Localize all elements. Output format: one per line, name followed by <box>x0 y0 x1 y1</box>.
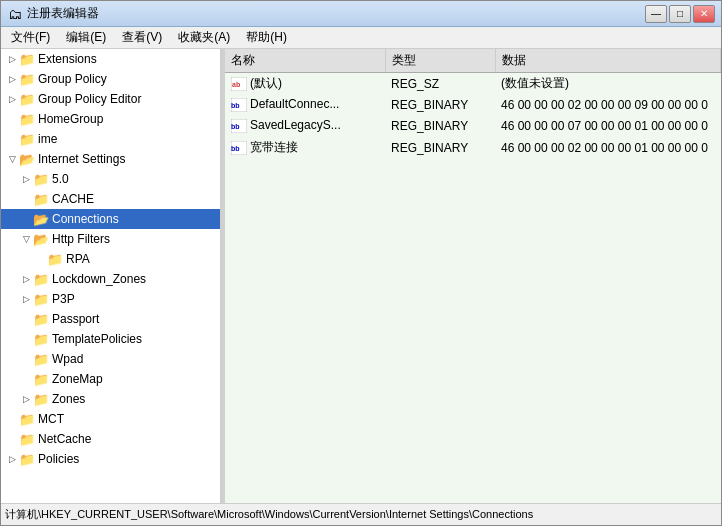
expand-group-policy[interactable]: ▷ <box>5 72 19 86</box>
tree-label-wpad: Wpad <box>52 352 83 366</box>
folder-icon-cache: 📁 <box>33 191 49 207</box>
svg-text:bb: bb <box>231 102 240 109</box>
tree-item-policies[interactable]: ▷ 📁 Policies <box>1 449 220 469</box>
expand-lockdown-zones[interactable]: ▷ <box>19 272 33 286</box>
status-bar: 计算机\HKEY_CURRENT_USER\Software\Microsoft… <box>1 503 721 525</box>
reg-value-name: bbSavedLegacyS... <box>225 116 385 137</box>
expand-policies[interactable]: ▷ <box>5 452 19 466</box>
reg-value-data: (数值未设置) <box>495 73 721 95</box>
minimize-button[interactable]: — <box>645 5 667 23</box>
folder-icon-lockdown-zones: 📁 <box>33 271 49 287</box>
tree-label-rpa: RPA <box>66 252 90 266</box>
tree-item-wpad[interactable]: 📁 Wpad <box>1 349 220 369</box>
tree-label-zones: Zones <box>52 392 85 406</box>
right-panel: 名称 类型 数据 ab(默认)REG_SZ(数值未设置)bbDefaultCon… <box>225 49 721 503</box>
close-button[interactable]: ✕ <box>693 5 715 23</box>
tree-item-http-filters[interactable]: ▽ 📂 Http Filters <box>1 229 220 249</box>
expand-5-0[interactable]: ▷ <box>19 172 33 186</box>
tree-label-netcache: NetCache <box>38 432 91 446</box>
folder-icon-homegroup: 📁 <box>19 111 35 127</box>
expand-extensions[interactable]: ▷ <box>5 52 19 66</box>
tree-label-http-filters: Http Filters <box>52 232 110 246</box>
reg-value-type: REG_BINARY <box>385 95 495 116</box>
tree-item-cache[interactable]: 📁 CACHE <box>1 189 220 209</box>
reg-value-name: bb宽带连接 <box>225 137 385 159</box>
tree-item-ime[interactable]: 📁 ime <box>1 129 220 149</box>
tree-label-extensions: Extensions <box>38 52 97 66</box>
expand-p3p[interactable]: ▷ <box>19 292 33 306</box>
table-row[interactable]: bbDefaultConnec...REG_BINARY46 00 00 00 … <box>225 95 721 116</box>
col-header-name: 名称 <box>225 49 385 73</box>
expand-zones[interactable]: ▷ <box>19 392 33 406</box>
menu-help[interactable]: 帮助(H) <box>238 28 295 48</box>
tree-label-mct: MCT <box>38 412 64 426</box>
tree-label-cache: CACHE <box>52 192 94 206</box>
expand-http-filters[interactable]: ▽ <box>19 232 33 246</box>
tree-label-group-policy-editor: Group Policy Editor <box>38 92 141 106</box>
svg-text:bb: bb <box>231 145 240 152</box>
title-bar-buttons: — □ ✕ <box>645 5 715 23</box>
tree-item-rpa[interactable]: 📁 RPA <box>1 249 220 269</box>
registry-editor-window: 🗂 注册表编辑器 — □ ✕ 文件(F) 编辑(E) 查看(V) 收藏夹(A) … <box>0 0 722 526</box>
reg-value-name: bbDefaultConnec... <box>225 95 385 116</box>
svg-text:bb: bb <box>231 123 240 130</box>
tree-label-template-policies: TemplatePolicies <box>52 332 142 346</box>
folder-icon-wpad: 📁 <box>33 351 49 367</box>
folder-icon-mct: 📁 <box>19 411 35 427</box>
title-bar: 🗂 注册表编辑器 — □ ✕ <box>1 1 721 27</box>
expand-group-policy-editor[interactable]: ▷ <box>5 92 19 106</box>
tree-item-group-policy-editor[interactable]: ▷ 📁 Group Policy Editor <box>1 89 220 109</box>
title-bar-text: 注册表编辑器 <box>27 5 645 22</box>
menu-file[interactable]: 文件(F) <box>3 28 58 48</box>
tree-item-passport[interactable]: 📁 Passport <box>1 309 220 329</box>
tree-item-internet-settings[interactable]: ▽ 📂 Internet Settings <box>1 149 220 169</box>
reg-value-data: 46 00 00 00 02 00 00 00 01 00 00 00 0 <box>495 137 721 159</box>
folder-icon-connections: 📂 <box>33 211 49 227</box>
folder-icon-group-policy: 📁 <box>19 71 35 87</box>
status-path: 计算机\HKEY_CURRENT_USER\Software\Microsoft… <box>5 507 533 522</box>
tree-label-p3p: P3P <box>52 292 75 306</box>
tree-item-netcache[interactable]: 📁 NetCache <box>1 429 220 449</box>
menu-edit[interactable]: 编辑(E) <box>58 28 114 48</box>
folder-icon-policies: 📁 <box>19 451 35 467</box>
tree-item-p3p[interactable]: ▷ 📁 P3P <box>1 289 220 309</box>
tree-item-5-0[interactable]: ▷ 📁 5.0 <box>1 169 220 189</box>
tree-item-group-policy[interactable]: ▷ 📁 Group Policy <box>1 69 220 89</box>
expand-internet-settings[interactable]: ▽ <box>5 152 19 166</box>
tree-label-homegroup: HomeGroup <box>38 112 103 126</box>
folder-icon-zones: 📁 <box>33 391 49 407</box>
menu-view[interactable]: 查看(V) <box>114 28 170 48</box>
tree-item-homegroup[interactable]: 📁 HomeGroup <box>1 109 220 129</box>
tree-item-connections[interactable]: 📂 Connections <box>1 209 220 229</box>
reg-value-type: REG_BINARY <box>385 137 495 159</box>
reg-value-icon: ab <box>231 76 247 92</box>
reg-value-name: ab(默认) <box>225 73 385 95</box>
reg-value-icon: bb <box>231 97 247 113</box>
tree-item-zonemap[interactable]: 📁 ZoneMap <box>1 369 220 389</box>
col-header-data: 数据 <box>495 49 721 73</box>
folder-icon-passport: 📁 <box>33 311 49 327</box>
tree-item-lockdown-zones[interactable]: ▷ 📁 Lockdown_Zones <box>1 269 220 289</box>
table-row[interactable]: bbSavedLegacyS...REG_BINARY46 00 00 00 0… <box>225 116 721 137</box>
reg-value-type: REG_SZ <box>385 73 495 95</box>
reg-value-data: 46 00 00 00 02 00 00 00 09 00 00 00 0 <box>495 95 721 116</box>
tree-item-zones[interactable]: ▷ 📁 Zones <box>1 389 220 409</box>
table-row[interactable]: bb宽带连接REG_BINARY46 00 00 00 02 00 00 00 … <box>225 137 721 159</box>
menu-favorites[interactable]: 收藏夹(A) <box>170 28 238 48</box>
folder-icon-ime: 📁 <box>19 131 35 147</box>
tree-label-policies: Policies <box>38 452 79 466</box>
tree-item-mct[interactable]: 📁 MCT <box>1 409 220 429</box>
tree-panel[interactable]: ▷ 📁 Extensions ▷ 📁 Group Policy ▷ 📁 Grou… <box>1 49 221 503</box>
tree-item-template-policies[interactable]: 📁 TemplatePolicies <box>1 329 220 349</box>
reg-value-icon: bb <box>231 118 247 134</box>
table-row[interactable]: ab(默认)REG_SZ(数值未设置) <box>225 73 721 95</box>
folder-icon-http-filters: 📂 <box>33 231 49 247</box>
tree-label-connections: Connections <box>52 212 119 226</box>
menu-bar: 文件(F) 编辑(E) 查看(V) 收藏夹(A) 帮助(H) <box>1 27 721 49</box>
folder-icon-extensions: 📁 <box>19 51 35 67</box>
maximize-button[interactable]: □ <box>669 5 691 23</box>
registry-table: 名称 类型 数据 ab(默认)REG_SZ(数值未设置)bbDefaultCon… <box>225 49 721 159</box>
folder-icon-rpa: 📁 <box>47 251 63 267</box>
col-header-type: 类型 <box>385 49 495 73</box>
tree-item-extensions[interactable]: ▷ 📁 Extensions <box>1 49 220 69</box>
